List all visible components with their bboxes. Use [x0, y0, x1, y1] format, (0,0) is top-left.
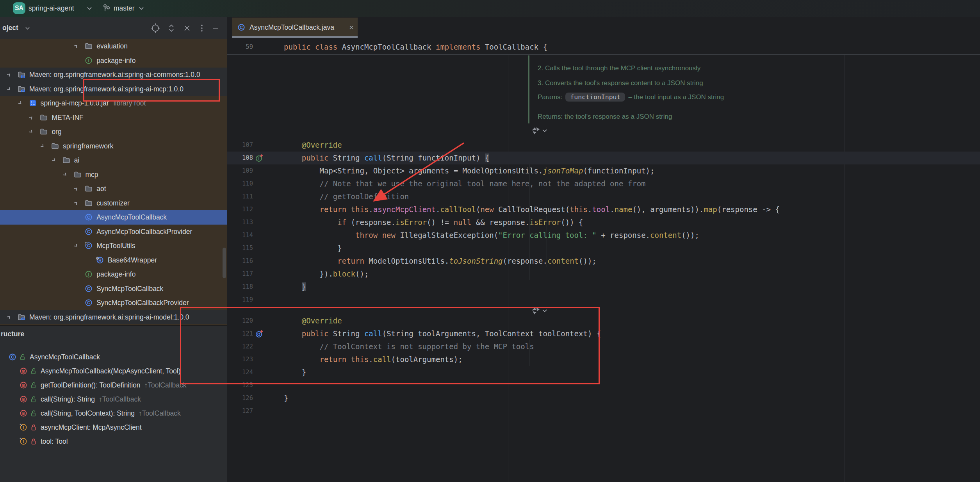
- chevron-open-icon[interactable]: [51, 157, 57, 163]
- code-line-115[interactable]: 115 }: [227, 242, 980, 255]
- chevron-closed-icon[interactable]: [28, 114, 34, 121]
- structure-item-asyncmcpclient-mcpasyncclient[interactable]: fasyncMcpClient: McpAsyncClient: [0, 420, 227, 434]
- chevron-closed-icon[interactable]: [6, 314, 12, 320]
- tree-scrollbar[interactable]: [223, 248, 226, 278]
- tree-item-springframework[interactable]: springframework: [0, 139, 227, 154]
- code-line-123[interactable]: 123 return this.call(toolArguments);: [227, 353, 980, 366]
- chevron-down-icon[interactable]: [87, 7, 92, 11]
- code-text: // ToolContext is not supported by the M…: [284, 340, 534, 353]
- tree-item-meta-inf[interactable]: META-INF: [0, 111, 227, 125]
- code-line-110[interactable]: 110 // Note that we use the original too…: [227, 177, 980, 190]
- code-line-122[interactable]: 122 // ToolContext is not supported by t…: [227, 340, 980, 353]
- collapse-all-icon[interactable]: [182, 23, 192, 34]
- chevron-closed-icon[interactable]: [73, 186, 79, 192]
- chevron-open-icon[interactable]: [62, 171, 68, 178]
- line-number: 126: [227, 392, 253, 405]
- code-line-126[interactable]: 126}: [227, 392, 980, 405]
- code-text: @Override: [284, 314, 342, 327]
- structure-item-tool-tool[interactable]: ftool: Tool: [0, 434, 227, 448]
- tree-item-base64wrapper[interactable]: RBase64Wrapper: [0, 253, 227, 268]
- more-options-icon[interactable]: [196, 23, 207, 34]
- code-line-113[interactable]: 113 if (response.isError() != null && re…: [227, 216, 980, 229]
- tree-item-package-info[interactable]: Ipackage-info: [0, 267, 227, 282]
- line-number: 108: [227, 152, 253, 164]
- code-line-116[interactable]: 116 return ModelOptionsUtils.toJsonStrin…: [227, 255, 980, 268]
- svg-text:R: R: [98, 258, 102, 262]
- line-number: 125: [227, 379, 253, 392]
- lib-folder-icon: [18, 313, 25, 321]
- code-line-107[interactable]: 107 @Override: [227, 139, 980, 152]
- chevron-closed-icon[interactable]: [73, 43, 79, 49]
- code-line-127[interactable]: 127: [227, 405, 980, 418]
- ai-assistant-icon[interactable]: [530, 126, 547, 135]
- structure-item-asyncmcptoolcallback[interactable]: CAsyncMcpToolCallback: [0, 350, 227, 364]
- tree-item-maven-org-springframework-ai-spring-ai-mcp-1-0-0[interactable]: Maven: org.springframework.ai:spring-ai-…: [0, 82, 227, 96]
- implements-gutter-icon[interactable]: I: [255, 154, 263, 162]
- chevron-open-icon[interactable]: [17, 100, 23, 106]
- project-panel-header: oject: [0, 17, 227, 39]
- code-line-118[interactable]: 118 }: [227, 280, 980, 293]
- code-line-121[interactable]: 121 O public String call(String toolArgu…: [227, 327, 980, 340]
- tree-item-evaluation[interactable]: evaluation: [0, 39, 227, 54]
- tree-item-aot[interactable]: aot: [0, 182, 227, 196]
- doc-list-item: 2. Calls the tool through the MCP client…: [538, 64, 700, 72]
- chevron-open-icon[interactable]: [73, 243, 79, 249]
- tree-item-mcptoolutils[interactable]: CMcpToolUtils: [0, 239, 227, 253]
- svg-text:f: f: [23, 425, 24, 430]
- tree-item-ai[interactable]: ai: [0, 153, 227, 168]
- doc-list-item: 3. Converts the tool's response content …: [538, 79, 703, 87]
- svg-text:m: m: [21, 383, 25, 387]
- chevron-down-icon[interactable]: [25, 27, 30, 30]
- tree-item-customizer[interactable]: customizer: [0, 196, 227, 211]
- chevron-down-icon[interactable]: [139, 7, 144, 11]
- structure-item-call-string-toolcontext-string[interactable]: mcall(String, ToolContext): String↑ToolC…: [0, 406, 227, 420]
- structure-item-asyncmcptoolcallback-mcpasyncclient-tool-[interactable]: mAsyncMcpToolCallback(McpAsyncClient, To…: [0, 364, 227, 378]
- chevron-open-icon[interactable]: [6, 86, 12, 92]
- code-line-119[interactable]: 119: [227, 293, 980, 306]
- tree-item-maven-org-springframework-ai-spring-ai-commons-1-0-0[interactable]: Maven: org.springframework.ai:spring-ai-…: [0, 68, 227, 82]
- tree-item-syncmcptoolcallbackprovider[interactable]: CSyncMcpToolCallbackProvider: [0, 296, 227, 310]
- sticky-code-line[interactable]: 59public class AsyncMcpToolCallback impl…: [227, 39, 980, 55]
- ai-assistant-icon[interactable]: [530, 306, 547, 315]
- code-line-112[interactable]: 112 return this.asyncMcpClient.callTool(…: [227, 203, 980, 216]
- code-line-109[interactable]: 109 Map<String, Object> arguments = Mode…: [227, 164, 980, 177]
- line-number: 114: [227, 229, 253, 242]
- expand-all-icon[interactable]: [166, 23, 177, 34]
- svg-text:I: I: [88, 272, 89, 277]
- locate-file-icon[interactable]: [150, 23, 161, 34]
- editor-tab[interactable]: C AsyncMcpToolCallback.java ×: [232, 18, 358, 37]
- tree-item-mcp[interactable]: mcp: [0, 168, 227, 182]
- tree-item-org[interactable]: org: [0, 125, 227, 139]
- chevron-open-icon[interactable]: [28, 129, 34, 135]
- overrides-gutter-icon[interactable]: O: [255, 330, 263, 338]
- tree-item-maven-org-springframework-ai-spring-ai-model-1-0-0[interactable]: Maven: org.springframework.ai:spring-ai-…: [0, 310, 227, 325]
- code-line-114[interactable]: 114 throw new IllegalStateException("Err…: [227, 229, 980, 242]
- tree-item-syncmcptoolcallback[interactable]: CSyncMcpToolCallback: [0, 282, 227, 296]
- chevron-closed-icon[interactable]: [6, 71, 12, 78]
- package-info-icon: I: [85, 57, 93, 64]
- code-line-111[interactable]: 111 // getToolDefinition: [227, 190, 980, 203]
- tree-item-asyncmcptoolcallback[interactable]: CAsyncMcpToolCallback: [0, 210, 227, 225]
- tree-item-package-info[interactable]: Ipackage-info: [0, 54, 227, 68]
- project-selector[interactable]: spring-ai-agent: [29, 0, 74, 17]
- code-line-124[interactable]: 124 }: [227, 366, 980, 379]
- tree-item-asyncmcptoolcallbackprovider[interactable]: CAsyncMcpToolCallbackProvider: [0, 225, 227, 239]
- branch-selector[interactable]: master: [114, 0, 134, 17]
- chevron-closed-icon[interactable]: [73, 200, 79, 206]
- chevron-open-icon[interactable]: [39, 143, 46, 149]
- tab-close-icon[interactable]: ×: [349, 18, 354, 37]
- active-tab-underline: [232, 36, 358, 38]
- tree-item-spring-ai-mcp-1-0-0-jar[interactable]: spring-ai-mcp-1.0.0.jarlibrary root: [0, 96, 227, 111]
- project-avatar[interactable]: SA: [13, 2, 25, 14]
- code-line-117[interactable]: 117 }).block();: [227, 268, 980, 280]
- structure-item-gettooldefinition-tooldefinition[interactable]: mgetToolDefinition(): ToolDefinition↑Too…: [0, 378, 227, 392]
- structure-item-call-string-string[interactable]: mcall(String): String↑ToolCallback: [0, 392, 227, 406]
- code-line-120[interactable]: 120 @Override: [227, 314, 980, 327]
- doc-comment-bar: [528, 55, 529, 123]
- hide-panel-icon[interactable]: [210, 23, 221, 34]
- code-line-125[interactable]: 125: [227, 379, 980, 392]
- project-panel-title[interactable]: oject: [2, 17, 18, 39]
- structure-panel-title[interactable]: ructure: [1, 330, 24, 338]
- code-line-108[interactable]: 108 I public String call(String function…: [227, 152, 980, 164]
- folder-icon: [85, 185, 93, 193]
